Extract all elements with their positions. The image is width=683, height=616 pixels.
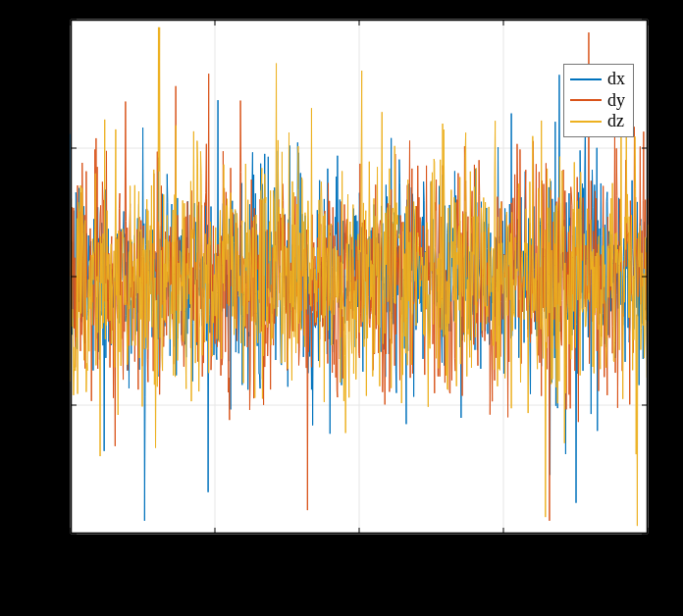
legend-item-dx: dx	[570, 69, 625, 90]
legend-item-dy: dy	[570, 90, 625, 112]
legend-swatch-dz	[570, 121, 602, 123]
legend-swatch-dy	[570, 99, 602, 101]
legend-label-dy: dy	[607, 90, 625, 112]
legend-swatch-dx	[570, 78, 602, 80]
legend-label-dz: dz	[607, 111, 624, 132]
legend-item-dz: dz	[570, 111, 625, 132]
legend-label-dx: dx	[607, 69, 625, 90]
legend: dx dy dz	[563, 64, 634, 137]
chart-frame: dx dy dz	[0, 0, 683, 616]
